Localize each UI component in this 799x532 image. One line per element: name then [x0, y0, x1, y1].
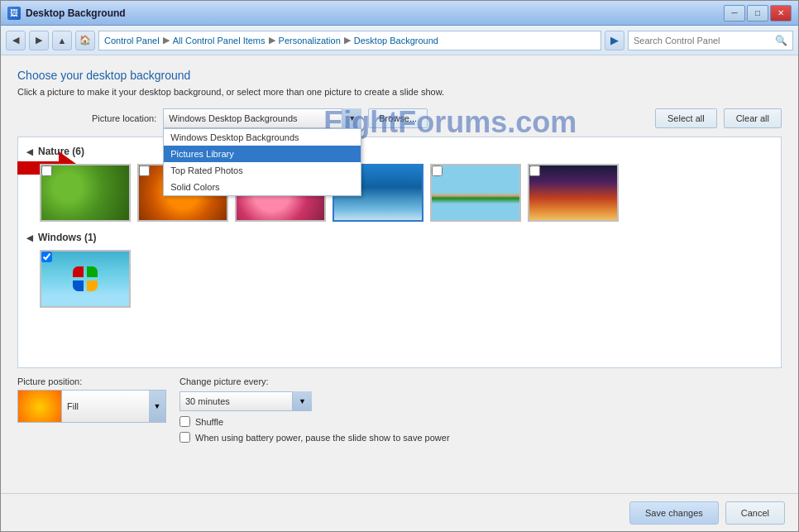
home-icon[interactable]: 🏠 [75, 31, 95, 50]
search-icon: 🔍 [775, 35, 787, 46]
menu-item-windows-backgrounds[interactable]: Windows Desktop Backgrounds [164, 129, 361, 146]
images-panel: ◀ Nature (6) [17, 137, 782, 368]
island-thumbnail[interactable] [430, 164, 521, 222]
list-item[interactable] [528, 164, 619, 222]
path-personalization[interactable]: Personalization [279, 36, 341, 46]
picture-position-section: Picture position: Fill Fit Stretch Tile … [17, 376, 166, 423]
battery-checkbox[interactable] [179, 432, 190, 443]
search-input[interactable] [634, 36, 772, 46]
maximize-button[interactable]: □ [747, 5, 768, 22]
battery-label: When using battery power, pause the slid… [195, 433, 450, 443]
path-control-panel[interactable]: Control Panel [104, 36, 160, 46]
orange-flowers-checkbox[interactable] [139, 165, 150, 176]
desktop-background-window: 🖼 Desktop Background ─ □ ✕ ◀ ▶ ▲ 🏠 Contr… [0, 0, 799, 532]
bottom-section: Picture position: Fill Fit Stretch Tile … [17, 376, 782, 443]
forward-button[interactable]: ▶ [29, 31, 49, 50]
cancel-button[interactable]: Cancel [725, 501, 785, 525]
menu-item-solid-colors[interactable]: Solid Colors [164, 179, 361, 195]
nature-category-header: ◀ Nature (6) [26, 146, 773, 157]
browse-button[interactable]: Browse... [368, 108, 428, 128]
position-preview-thumbnail [18, 391, 61, 423]
battery-row: When using battery power, pause the slid… [179, 432, 450, 443]
windows-logo-mini [73, 266, 98, 291]
position-select-wrap: Fill Fit Stretch Tile Center ▼ [61, 391, 165, 422]
list-item[interactable] [430, 164, 521, 222]
picture-location-dropdown-container: Windows Desktop Backgrounds Pictures Lib… [163, 108, 361, 128]
island-checkbox[interactable] [432, 165, 443, 176]
subtitle: Click a picture to make it your desktop … [17, 87, 782, 97]
select-all-button[interactable]: Select all [655, 108, 717, 128]
shuffle-checkbox[interactable] [179, 416, 190, 427]
clear-all-button[interactable]: Clear all [724, 108, 782, 128]
timing-select-wrap: 1 minute 10 minutes 30 minutes 1 hour 6 … [179, 391, 312, 411]
minimize-button[interactable]: ─ [724, 5, 745, 22]
sunset-checkbox[interactable] [529, 165, 540, 176]
windows-category-label: Windows (1) [38, 232, 97, 243]
picture-location-row: Picture location: Windows Desktop Backgr… [17, 108, 782, 128]
windows-collapse-arrow[interactable]: ◀ [26, 233, 33, 242]
shuffle-label: Shuffle [195, 417, 223, 427]
back-button[interactable]: ◀ [6, 31, 26, 50]
picture-location-label: Picture location: [92, 113, 156, 123]
save-changes-button[interactable]: Save changes [629, 501, 719, 525]
window-title: Desktop Background [26, 7, 126, 19]
windows-logo-checkbox[interactable] [41, 252, 52, 262]
windows-logo-thumbnail[interactable] [40, 250, 131, 308]
footer: Save changes Cancel [1, 493, 798, 531]
path-all-items[interactable]: All Control Panel Items [173, 36, 266, 46]
main-content: EightForums.com Choose your desktop back… [1, 55, 798, 493]
address-bar: ◀ ▶ ▲ 🏠 Control Panel ▶ All Control Pane… [1, 26, 798, 55]
timing-select[interactable]: 1 minute 10 minutes 30 minutes 1 hour 6 … [179, 391, 312, 411]
change-picture-section: Change picture every: 1 minute 10 minute… [179, 376, 450, 443]
windows-category-header: ◀ Windows (1) [26, 232, 773, 243]
window-controls: ─ □ ✕ [724, 5, 792, 22]
address-path[interactable]: Control Panel ▶ All Control Panel Items … [98, 31, 601, 50]
go-button[interactable]: ▶ [605, 31, 624, 50]
shuffle-row: Shuffle [179, 416, 450, 427]
leaves-thumbnail[interactable] [40, 164, 131, 222]
change-picture-label: Change picture every: [179, 376, 450, 386]
nature-images-row [26, 164, 773, 222]
up-button[interactable]: ▲ [52, 31, 72, 50]
window-icon: 🖼 [7, 7, 21, 20]
path-desktop-bg[interactable]: Desktop Background [354, 36, 438, 46]
picture-location-menu: Windows Desktop Backgrounds Pictures Lib… [163, 128, 361, 196]
picture-position-select[interactable]: Fill Fit Stretch Tile Center [61, 391, 165, 422]
search-box[interactable]: 🔍 [628, 31, 793, 50]
leaves-checkbox[interactable] [41, 165, 52, 176]
menu-item-top-rated[interactable]: Top Rated Photos [164, 162, 361, 179]
page-title: Choose your desktop background [17, 69, 782, 82]
menu-item-pictures-library[interactable]: Pictures Library [164, 146, 361, 162]
picture-position-label: Picture position: [17, 376, 166, 386]
picture-position-control: Fill Fit Stretch Tile Center ▼ [17, 390, 166, 423]
close-button[interactable]: ✕ [770, 5, 792, 22]
list-item[interactable] [40, 164, 131, 222]
windows-images-row [26, 250, 773, 308]
picture-location-select[interactable]: Windows Desktop Backgrounds Pictures Lib… [163, 108, 361, 128]
sunset-thumbnail[interactable] [528, 164, 619, 222]
list-item[interactable] [40, 250, 131, 308]
title-bar: 🖼 Desktop Background ─ □ ✕ [1, 1, 798, 26]
